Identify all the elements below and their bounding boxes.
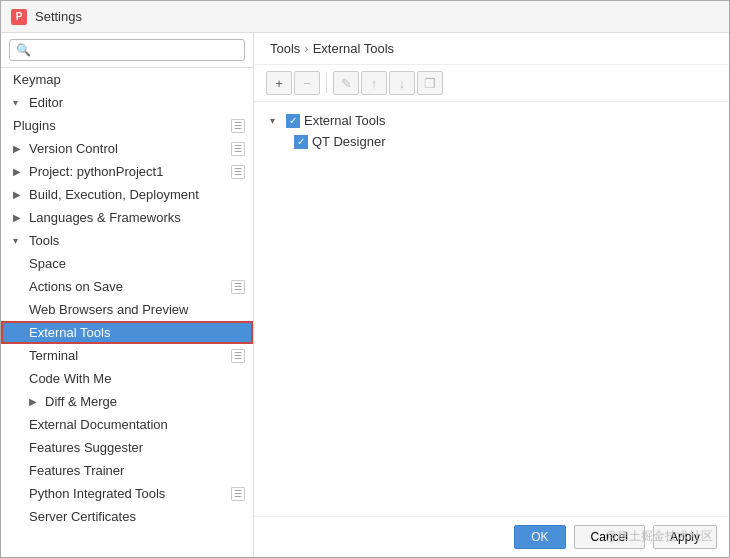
chevron-right-icon: ▶ [13, 166, 25, 177]
settings-icon: ☰ [231, 349, 245, 363]
main-panel: Tools › External Tools + − ✎ ↑ ↓ ❐ ▾ [254, 33, 729, 557]
sidebar-item-python-tools[interactable]: Python Integrated Tools ☰ [1, 482, 253, 505]
toolbar-divider [326, 73, 327, 93]
breadcrumb-root: Tools [270, 41, 300, 56]
window-title: Settings [35, 9, 82, 24]
edit-button[interactable]: ✎ [333, 71, 359, 95]
chevron-right-icon: ▶ [13, 189, 25, 200]
move-up-button[interactable]: ↑ [361, 71, 387, 95]
sidebar-item-build[interactable]: ▶ Build, Execution, Deployment [1, 183, 253, 206]
app-icon: P [11, 9, 27, 25]
sidebar-item-features-suggester[interactable]: Features Suggester [1, 436, 253, 459]
breadcrumb: Tools › External Tools [254, 33, 729, 65]
apply-button[interactable]: Apply [653, 525, 717, 549]
sidebar: Keymap ▾ Editor Plugins ☰ ▶ Version Cont… [1, 33, 254, 557]
chevron-down-icon: ▾ [13, 235, 25, 246]
settings-icon: ☰ [231, 280, 245, 294]
move-down-button[interactable]: ↓ [389, 71, 415, 95]
title-bar: P Settings [1, 1, 729, 33]
item-checkbox[interactable]: ✓ [294, 135, 308, 149]
add-button[interactable]: + [266, 71, 292, 95]
chevron-right-icon: ▶ [29, 396, 41, 407]
cancel-button[interactable]: Cancel [574, 525, 645, 549]
copy-button[interactable]: ❐ [417, 71, 443, 95]
tree-area: ▾ ✓ External Tools ✓ QT Designer [254, 102, 729, 516]
tree-group-label: External Tools [304, 113, 385, 128]
tree-group-external-tools[interactable]: ▾ ✓ External Tools [266, 110, 717, 131]
sidebar-item-diff-merge[interactable]: ▶ Diff & Merge [1, 390, 253, 413]
chevron-down-icon: ▾ [13, 97, 25, 108]
settings-icon: ☰ [231, 487, 245, 501]
sidebar-item-keymap[interactable]: Keymap [1, 68, 253, 91]
ok-button[interactable]: OK [514, 525, 565, 549]
sidebar-item-terminal[interactable]: Terminal ☰ [1, 344, 253, 367]
settings-icon: ☰ [231, 119, 245, 133]
chevron-right-icon: ▶ [13, 143, 25, 154]
sidebar-item-languages[interactable]: ▶ Languages & Frameworks [1, 206, 253, 229]
tree-item-qt-designer[interactable]: ✓ QT Designer [266, 131, 717, 152]
toolbar: + − ✎ ↑ ↓ ❐ [254, 65, 729, 102]
sidebar-item-features-trainer[interactable]: Features Trainer [1, 459, 253, 482]
sidebar-item-server-certs[interactable]: Server Certificates [1, 505, 253, 528]
tree-item-label: QT Designer [312, 134, 385, 149]
sidebar-item-external-docs[interactable]: External Documentation [1, 413, 253, 436]
sidebar-item-editor[interactable]: ▾ Editor [1, 91, 253, 114]
sidebar-item-space[interactable]: Space [1, 252, 253, 275]
settings-icon: ☰ [231, 165, 245, 179]
sidebar-item-project[interactable]: ▶ Project: pythonProject1 ☰ [1, 160, 253, 183]
sidebar-item-code-with-me[interactable]: Code With Me [1, 367, 253, 390]
sidebar-item-version-control[interactable]: ▶ Version Control ☰ [1, 137, 253, 160]
breadcrumb-separator: › [304, 41, 308, 56]
sidebar-item-external-tools[interactable]: External Tools [1, 321, 253, 344]
chevron-down-icon: ▾ [270, 115, 282, 126]
sidebar-item-web-browsers[interactable]: Web Browsers and Preview [1, 298, 253, 321]
search-input[interactable] [9, 39, 245, 61]
bottom-buttons: OK Cancel Apply [254, 516, 729, 557]
chevron-right-icon: ▶ [13, 212, 25, 223]
remove-button[interactable]: − [294, 71, 320, 95]
sidebar-item-tools[interactable]: ▾ Tools [1, 229, 253, 252]
sidebar-item-plugins[interactable]: Plugins ☰ [1, 114, 253, 137]
search-box [1, 33, 253, 68]
sidebar-item-actions-on-save[interactable]: Actions on Save ☰ [1, 275, 253, 298]
breadcrumb-current: External Tools [313, 41, 394, 56]
settings-icon: ☰ [231, 142, 245, 156]
group-checkbox[interactable]: ✓ [286, 114, 300, 128]
